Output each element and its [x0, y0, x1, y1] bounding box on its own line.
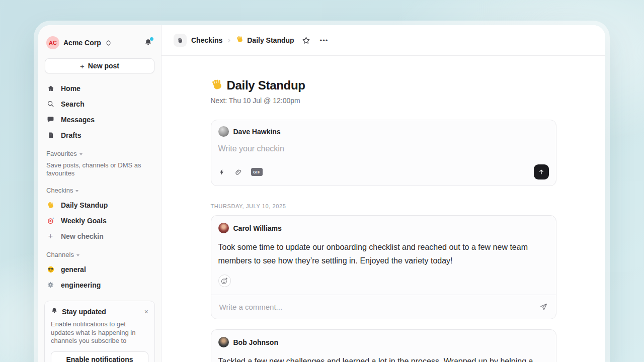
checkin-composer: Dave Hawkins Write your checkin GIF — [211, 120, 556, 186]
plus-icon: + — [80, 62, 85, 70]
sidebar: AC Acme Corp + New post Home — [38, 25, 162, 362]
message-bubble-icon — [46, 116, 55, 123]
sunglasses-emoji-icon — [46, 265, 55, 274]
notifications-bell-icon[interactable] — [144, 38, 153, 47]
chevron-right-icon — [227, 36, 231, 45]
send-comment-icon[interactable] — [539, 303, 548, 311]
bell-icon — [51, 307, 58, 316]
workspace-name: Acme Corp — [63, 39, 101, 47]
sidebar-item-label: engineering — [61, 281, 101, 289]
sidebar-item-label: Daily Standup — [61, 201, 108, 209]
avatar — [218, 126, 229, 137]
more-options-icon[interactable]: ••• — [320, 37, 329, 44]
checkin-post: Carol Williams Took some time to update … — [211, 215, 556, 319]
workspace-switcher[interactable]: AC Acme Corp — [38, 25, 161, 54]
next-occurrence-label: Next: Thu 10 Jul @ 12:00pm — [211, 97, 556, 105]
sidebar-item-label: Drafts — [61, 131, 81, 139]
caret-down-icon — [79, 153, 83, 155]
feed-scroll-area[interactable]: Daily Standup Next: Thu 10 Jul @ 12:00pm… — [162, 56, 605, 362]
checkins-hand-icon — [174, 34, 187, 47]
avatar — [218, 337, 229, 347]
breadcrumb-current[interactable]: Daily Standup — [236, 35, 294, 45]
breadcrumb-current-label: Daily Standup — [247, 36, 294, 44]
section-label: Favourites — [46, 150, 77, 157]
search-icon — [46, 100, 55, 108]
favourite-star-icon[interactable] — [302, 36, 310, 45]
waving-hand-icon — [46, 201, 55, 209]
sidebar-item-label: Search — [61, 100, 85, 108]
add-reaction-button[interactable] — [218, 275, 231, 287]
stay-updated-card: Stay updated × Enable notifications to g… — [44, 301, 155, 362]
section-checkins[interactable]: Checkins — [38, 179, 161, 197]
chevron-updown-icon — [106, 40, 111, 46]
section-label: Checkins — [46, 187, 73, 194]
checkin-post: Bob Johnson Tackled a few new challenges… — [211, 329, 556, 362]
sidebar-item-new-checkin[interactable]: + New checkin — [38, 228, 161, 244]
sidebar-item-search[interactable]: Search — [38, 96, 161, 112]
waving-hand-icon — [236, 35, 244, 45]
close-icon[interactable]: × — [144, 308, 148, 315]
plus-icon: + — [46, 232, 55, 241]
unread-dot — [150, 37, 153, 41]
sidebar-item-home[interactable]: Home — [38, 80, 161, 96]
home-icon — [46, 84, 55, 93]
post-author-name: Carol Williams — [233, 224, 282, 232]
post-body: Took some time to update our onboarding … — [218, 241, 549, 267]
comment-input[interactable]: Write a comment... — [219, 303, 539, 311]
composer-author-name: Dave Hawkins — [233, 128, 281, 136]
notice-title: Stay updated — [62, 308, 140, 316]
sidebar-item-general[interactable]: general — [38, 261, 161, 277]
sidebar-item-label: Messages — [61, 116, 95, 124]
sidebar-item-messages[interactable]: Messages — [38, 112, 161, 127]
submit-checkin-button[interactable] — [534, 164, 549, 179]
sidebar-item-label: Weekly Goals — [61, 217, 107, 225]
caret-down-icon — [75, 190, 78, 192]
breadcrumb-bar: Checkins Daily Standup ••• — [162, 25, 605, 56]
sidebar-item-label: general — [61, 265, 86, 274]
caret-down-icon — [76, 254, 79, 256]
main-area: Checkins Daily Standup ••• — [162, 25, 605, 362]
sidebar-item-drafts[interactable]: Drafts — [38, 127, 161, 143]
workspace-avatar: AC — [46, 36, 59, 49]
sidebar-item-label: Home — [61, 84, 80, 93]
attachment-icon[interactable] — [234, 168, 242, 176]
gif-icon[interactable]: GIF — [251, 168, 263, 176]
enable-notifications-button[interactable]: Enable notifications — [51, 351, 148, 362]
section-label: Channels — [46, 251, 74, 258]
post-body: Tackled a few new challenges and learned… — [218, 355, 549, 362]
breadcrumb-parent[interactable]: Checkins — [191, 36, 222, 44]
favourites-helper-text: Save posts, channels or DMS as favourite… — [38, 160, 161, 179]
gear-emoji-icon — [46, 281, 55, 289]
section-favourites[interactable]: Favourites — [38, 143, 161, 160]
sidebar-item-weekly-goals[interactable]: Weekly Goals — [38, 213, 161, 228]
sidebar-item-daily-standup[interactable]: Daily Standup — [38, 197, 161, 213]
new-post-label: New post — [88, 62, 119, 70]
document-icon — [46, 132, 55, 139]
avatar — [218, 223, 229, 233]
page-title: Daily Standup — [227, 78, 305, 93]
new-post-button[interactable]: + New post — [45, 58, 154, 73]
sidebar-item-label: New checkin — [61, 232, 104, 240]
section-channels[interactable]: Channels — [38, 244, 161, 261]
app-window: AC Acme Corp + New post Home — [38, 25, 605, 362]
notice-body: Enable notifications to get updates what… — [51, 320, 148, 345]
lightning-icon[interactable] — [218, 168, 225, 176]
post-author-name: Bob Johnson — [233, 338, 278, 346]
date-header: THURSDAY, JULY 10, 2025 — [211, 203, 556, 209]
sidebar-item-engineering[interactable]: engineering — [38, 277, 161, 293]
target-icon — [46, 217, 55, 225]
waving-hand-icon — [211, 78, 224, 93]
checkin-input[interactable]: Write your checkin — [218, 144, 549, 153]
